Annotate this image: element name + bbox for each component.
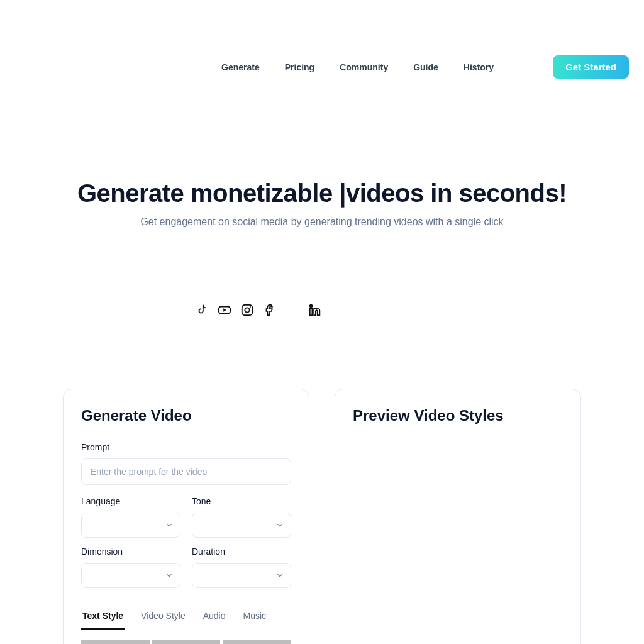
preview-title: Preview Video Styles (353, 407, 563, 425)
nav-link-history[interactable]: History (464, 62, 494, 72)
prompt-label: Prompt (81, 442, 291, 452)
prompt-input[interactable] (81, 458, 291, 485)
hero-title-cursor: | (339, 179, 346, 207)
text-style-option-3[interactable]: AI (223, 640, 291, 644)
text-style-option-1[interactable]: AI (81, 640, 150, 644)
language-select[interactable] (81, 513, 180, 538)
svg-point-3 (250, 306, 251, 308)
youtube-icon[interactable] (218, 303, 231, 319)
top-nav: Generate Pricing Community Guide History… (0, 0, 644, 79)
tab-music[interactable]: Music (242, 604, 268, 630)
nav-link-guide[interactable]: Guide (413, 62, 438, 72)
duration-label: Duration (192, 547, 291, 557)
preview-card: Preview Video Styles (335, 389, 581, 644)
tab-text-style[interactable]: Text Style (81, 604, 125, 630)
facebook-icon[interactable] (263, 303, 277, 319)
panels: Generate Video Prompt Language Tone Dime… (63, 389, 581, 644)
style-tabs: Text Style Video Style Audio Music (81, 604, 291, 630)
tiktok-icon[interactable] (195, 303, 209, 319)
tone-label: Tone (192, 496, 291, 506)
tab-video-style[interactable]: Video Style (140, 604, 187, 630)
duration-select[interactable] (192, 563, 291, 588)
tab-audio[interactable]: Audio (202, 604, 227, 630)
svg-rect-1 (242, 305, 253, 316)
nav-link-community[interactable]: Community (340, 62, 388, 72)
nav-link-generate[interactable]: Generate (221, 62, 260, 72)
text-style-option-2[interactable]: AI (152, 640, 221, 644)
chevron-down-icon (165, 521, 174, 530)
get-started-button[interactable]: Get Started (553, 55, 629, 79)
svg-point-2 (245, 308, 249, 312)
chevron-down-icon (275, 571, 284, 580)
language-label: Language (81, 496, 180, 506)
tone-select[interactable] (192, 513, 291, 538)
hero-title-prefix: Generate monetizable (77, 179, 339, 207)
hero-subtitle: Get engagement on social media by genera… (0, 216, 644, 228)
dimension-label: Dimension (81, 547, 180, 557)
chevron-down-icon (275, 521, 284, 530)
generate-video-card: Generate Video Prompt Language Tone Dime… (63, 389, 309, 644)
social-icons (195, 303, 644, 319)
chevron-down-icon (165, 571, 174, 580)
dimension-select[interactable] (81, 563, 180, 588)
generate-video-title: Generate Video (81, 407, 291, 425)
svg-point-4 (310, 305, 313, 308)
hero: Generate monetizable |videos in seconds!… (0, 179, 644, 228)
text-style-thumbs: AI AI AI (81, 640, 291, 644)
instagram-icon[interactable] (240, 303, 254, 319)
nav-link-pricing[interactable]: Pricing (285, 62, 314, 72)
placeholder-icon (286, 303, 299, 319)
linkedin-icon[interactable] (308, 303, 322, 319)
hero-title: Generate monetizable |videos in seconds! (0, 179, 644, 208)
nav-links: Generate Pricing Community Guide History (221, 62, 494, 72)
hero-title-suffix: videos in seconds! (346, 179, 567, 207)
